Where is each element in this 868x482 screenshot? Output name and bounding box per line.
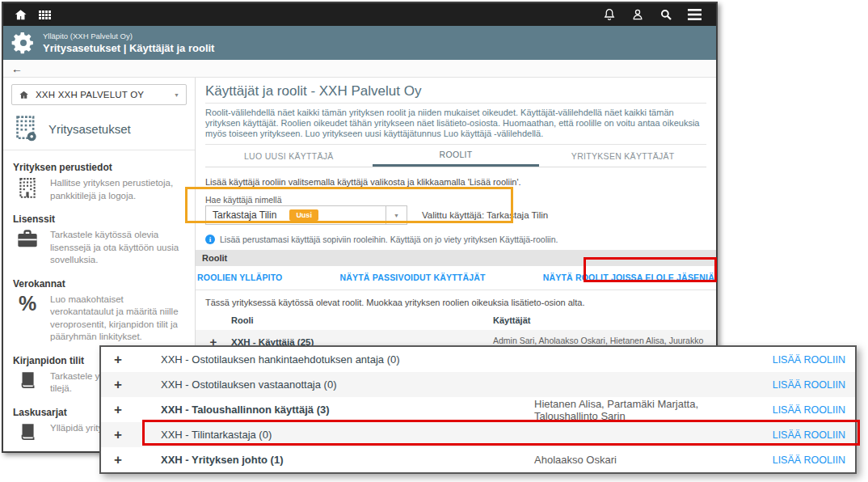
menu-hamburger-icon[interactable]: [685, 6, 703, 23]
briefcase-icon: [13, 229, 42, 267]
add-to-role-link[interactable]: LISÄÄ ROOLIIN: [742, 354, 855, 366]
role-users-list: Hietanen Alisa, Partamäki Marjatta, Talo…: [534, 398, 742, 422]
sidebar-section-header: Yritysasetukset: [3, 105, 195, 150]
user-search-input[interactable]: Tarkastaja Tilin Uusi: [205, 205, 386, 225]
roles-section-header: Roolit: [196, 250, 716, 266]
chevron-down-icon: ▼: [174, 92, 179, 98]
role-name-link[interactable]: XXH - Ostotilauksen hankintaehdotuksen a…: [161, 353, 534, 366]
sidebar-item-desc: Tarkastele käytössä olevia lisenssejä ja…: [50, 229, 185, 267]
roles-links-row: ROOLIEN YLLÄPITO NÄYTÄ PASSIVOIDUT KÄYTT…: [196, 266, 716, 290]
expand-plus-icon[interactable]: +: [114, 378, 161, 391]
sidebar-item-yrityksen-perustiedot[interactable]: Yrityksen perustiedot: [3, 162, 195, 202]
role-name-link[interactable]: XXH - Yrityksen johto (1): [161, 454, 534, 466]
add-to-role-link[interactable]: LISÄÄ ROOLIIN: [742, 429, 855, 441]
home-icon[interactable]: [11, 6, 29, 23]
inset-row-ostotilauksen-hankintaehdotuksen-antaja: + XXH - Ostotilauksen hankintaehdotuksen…: [101, 347, 855, 372]
inset-row-tilintarkastaja: + XXH - Tilintarkastaja (0) LISÄÄ ROOLII…: [101, 422, 855, 447]
module-header: Ylläpito (XXH Palvelut Oy) Yritysasetuks…: [3, 26, 716, 60]
add-to-role-link[interactable]: LISÄÄ ROOLIIN: [742, 455, 855, 466]
header-title: Yritysasetukset | Käyttäjät ja roolit: [43, 42, 214, 54]
expand-plus-icon[interactable]: +: [114, 453, 161, 467]
chevron-down-icon: ▼: [394, 213, 399, 218]
sidebar-item-desc: Hallitse yrityksen perustietoja, pankkit…: [50, 177, 185, 202]
sidebar-section-title: Yritysasetukset: [48, 122, 131, 136]
add-to-role-instruction: Lisää käyttäjä rooliin valitsemalla käyt…: [205, 167, 706, 187]
search-icon[interactable]: [657, 6, 675, 23]
link-nayta-roolit-joissa-ei-ole-jasenia[interactable]: NÄYTÄ ROOLIT JOISSA EI OLE JÄSENIÄ: [543, 273, 714, 282]
user-search-label: Hae käyttäjä nimellä: [205, 195, 706, 205]
sidebar-item-verokannat[interactable]: Verokannat % Luo maakohtaiset verokantat…: [3, 278, 195, 344]
book-icon: [13, 422, 42, 442]
header-context-label: Ylläpito (XXH Palvelut Oy): [43, 32, 214, 40]
company-selector-label: XXH XXH PALVELUT OY: [36, 90, 167, 99]
book-icon: [13, 370, 42, 395]
apps-grid-icon[interactable]: [36, 6, 53, 23]
sidebar-item-title: Verokannat: [13, 278, 185, 290]
back-arrow-icon[interactable]: ←: [11, 63, 23, 74]
settings-gear-icon: [11, 31, 36, 55]
column-header-kayttajat: Käyttäjät: [493, 315, 716, 325]
add-to-role-link[interactable]: LISÄÄ ROOLIIN: [742, 404, 855, 416]
expand-plus-icon[interactable]: +: [114, 353, 161, 366]
percent-icon: %: [13, 294, 42, 344]
user-search-block: Hae käyttäjä nimellä Tarkastaja Tilin Uu…: [205, 195, 706, 225]
top-navigation-bar: [3, 3, 716, 26]
tab-luo-uusi-kayttaja[interactable]: LUO UUSI KÄYTTÄJÄ: [205, 145, 373, 167]
sidebar-item-desc: Luo maakohtaiset verokantataulut ja määr…: [50, 294, 185, 344]
notifications-bell-icon[interactable]: [600, 6, 618, 23]
sidebar-item-lisenssit[interactable]: Lisenssit Tarkastele käytössä olevia lis…: [3, 214, 195, 267]
page-intro-text: Roolit-välilehdellä näet kaikki tämän yr…: [205, 104, 706, 145]
sidebar-item-title: Lisenssit: [13, 214, 185, 225]
sidebar-item-title: Yrityksen perustiedot: [13, 162, 185, 173]
user-dropdown-button[interactable]: ▼: [386, 205, 407, 225]
user-account-icon[interactable]: [629, 6, 647, 23]
breadcrumb-back-bar: ←: [3, 60, 716, 78]
roles-description: Tässä yrityksessä käytössä olevat roolit…: [205, 290, 706, 307]
selected-user-text: Valittu käyttäjä: Tarkastaja Tilin: [422, 210, 548, 220]
info-icon: i: [205, 235, 215, 244]
new-user-badge: Uusi: [289, 209, 318, 221]
roles-table-header: Rooli Käyttäjät: [196, 312, 716, 330]
role-users-list: Aholaakso Oskari: [534, 454, 742, 466]
role-name-link[interactable]: XXH - Tilintarkastaja (0): [161, 429, 534, 441]
expand-plus-icon[interactable]: +: [114, 403, 161, 416]
inset-row-ostotilauksen-vastaanottaja: + XXH - Ostotilauksen vastaanottaja (0) …: [101, 372, 855, 397]
info-row: i Lisää perustamasi käyttäjä sopiviin ro…: [205, 235, 706, 244]
role-name-link[interactable]: XXH - Taloushallinnon käyttäjä (3): [161, 404, 534, 416]
home-icon-small: [19, 90, 29, 100]
user-search-value: Tarkastaja Tilin: [213, 209, 276, 221]
expand-plus-icon[interactable]: +: [114, 428, 161, 442]
role-name-link[interactable]: XXH - Ostotilauksen vastaanottaja (0): [161, 378, 534, 391]
zoomed-roles-callout-panel: + XXH - Ostotilauksen hankintaehdotuksen…: [99, 345, 857, 474]
building-icon: [13, 177, 42, 202]
tab-roolit[interactable]: ROOLIT: [373, 145, 540, 167]
inset-row-yrityksen-johto: + XXH - Yrityksen johto (1) Aholaakso Os…: [101, 447, 855, 472]
column-header-rooli: Rooli: [231, 315, 493, 325]
tab-yrityksen-kayttajat[interactable]: YRITYKSEN KÄYTTÄJÄT: [539, 145, 706, 167]
screenshot-root: Ylläpito (XXH Palvelut Oy) Yritysasetuks…: [0, 0, 868, 482]
add-to-role-link[interactable]: LISÄÄ ROOLIIN: [742, 379, 855, 391]
inset-row-taloushallinnon-kayttaja: + XXH - Taloushallinnon käyttäjä (3) Hie…: [101, 397, 855, 422]
tab-bar: LUO UUSI KÄYTTÄJÄ ROOLIT YRITYKSEN KÄYTT…: [205, 145, 706, 167]
link-nayta-passivoidut-kayttajat[interactable]: NÄYTÄ PASSIVOIDUT KÄYTTÄJÄT: [339, 273, 485, 282]
company-settings-icon: [13, 115, 39, 142]
page-title: Käyttäjät ja roolit - XXH Palvelut Oy: [205, 78, 706, 104]
info-text: Lisää perustamasi käyttäjä sopiviin rool…: [220, 235, 558, 244]
link-roolien-yllapito[interactable]: ROOLIEN YLLÄPITO: [197, 273, 283, 282]
company-selector[interactable]: XXH XXH PALVELUT OY ▼: [11, 84, 187, 105]
